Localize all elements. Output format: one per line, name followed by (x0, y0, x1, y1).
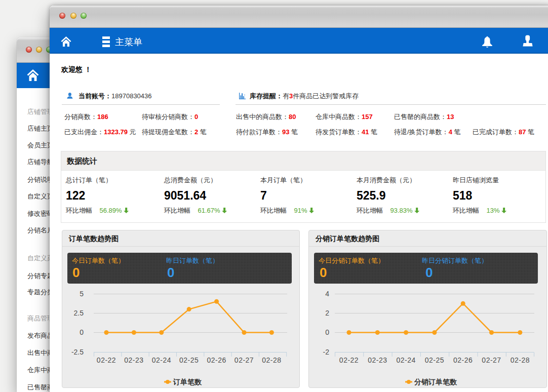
svg-text:02-24: 02-24 (152, 356, 171, 364)
svg-text:02-26: 02-26 (453, 356, 473, 364)
svg-text:02-28: 02-28 (511, 356, 530, 364)
svg-text:2: 2 (325, 309, 329, 317)
svg-text:02-25: 02-25 (425, 356, 444, 364)
svg-text:5: 5 (80, 290, 84, 298)
svg-text:4: 4 (325, 290, 329, 298)
svg-text:02-22: 02-22 (339, 356, 359, 364)
svg-text:02-27: 02-27 (234, 356, 254, 364)
svg-text:02-23: 02-23 (368, 356, 387, 364)
svg-text:02-25: 02-25 (179, 356, 199, 364)
svg-text:0: 0 (325, 328, 329, 336)
svg-text:订单笔数: 订单笔数 (173, 378, 202, 386)
svg-text:2.5: 2.5 (74, 309, 84, 317)
svg-text:02-22: 02-22 (97, 356, 116, 364)
svg-text:02-24: 02-24 (396, 356, 415, 364)
svg-text:0: 0 (80, 328, 84, 336)
svg-text:02-26: 02-26 (207, 356, 226, 364)
svg-text:02-28: 02-28 (262, 356, 281, 364)
svg-text:-2.5: -2.5 (71, 348, 84, 356)
svg-text:02-23: 02-23 (124, 356, 143, 364)
svg-text:分销订单笔数: 分销订单笔数 (414, 378, 457, 386)
svg-text:02-27: 02-27 (482, 356, 501, 364)
svg-text:-2: -2 (323, 348, 330, 356)
